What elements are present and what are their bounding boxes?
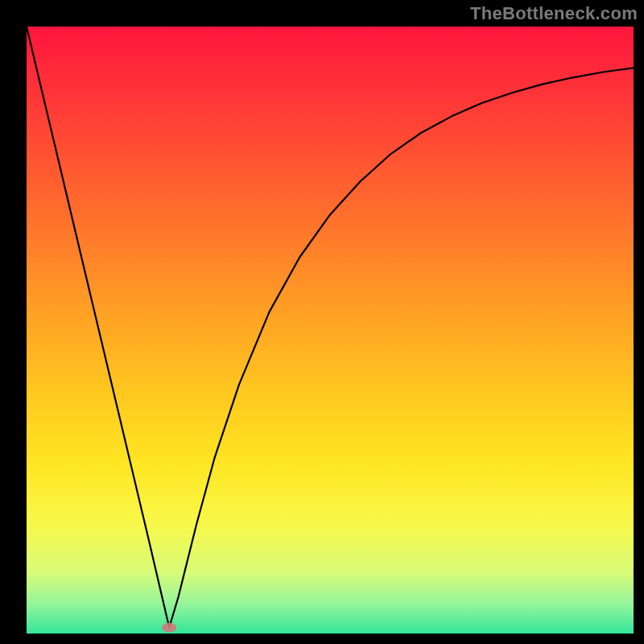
chart-frame: TheBottleneck.com bbox=[0, 0, 644, 644]
plot-area-background bbox=[27, 27, 634, 634]
attribution-label: TheBottleneck.com bbox=[470, 3, 638, 24]
bottleneck-plot bbox=[0, 0, 644, 644]
valley-marker bbox=[162, 623, 176, 633]
